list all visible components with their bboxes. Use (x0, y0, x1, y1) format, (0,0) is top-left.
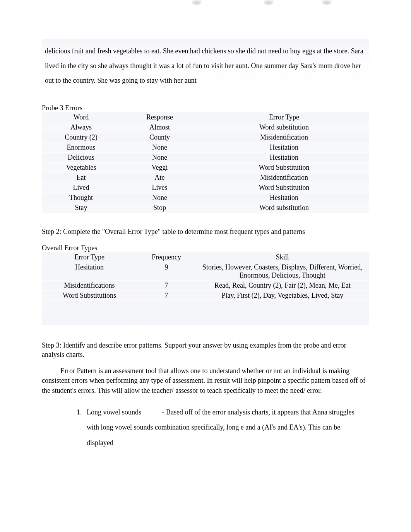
col-word-header: Word (42, 113, 120, 122)
errortype-cell: Word Substitution (199, 183, 369, 193)
probe3-heading: Probe 3 Errors (42, 104, 369, 112)
frequency-cell: 9 (137, 263, 196, 280)
page-content: delicious fruit and fresh vegetables to … (0, 0, 411, 474)
step3-text: Step 3: Identify and describe error patt… (42, 341, 369, 360)
word-cell: Always (42, 123, 120, 132)
word-cell: Eat (42, 173, 120, 182)
skill-cell: Stories, However, Coasters, Displays, Di… (196, 263, 369, 280)
table-row: Vegetables Veggi Word Substitution (42, 163, 369, 172)
errortype-cell: Hesitation (199, 143, 369, 152)
col-errortype-header: Error Type (42, 252, 137, 262)
table-row: Lived Lives Word Substitution (42, 183, 369, 193)
pattern-item-1: Long vowel sounds - Based off of the err… (84, 405, 360, 451)
word-cell: Enormous (42, 143, 120, 152)
table-row: Misidentifications 7 Read, Real, Country… (42, 281, 369, 290)
response-cell: Almost (120, 123, 199, 132)
story-excerpt: delicious fruit and fresh vegetables to … (42, 39, 369, 93)
errortype-cell: Hesitation (199, 153, 369, 162)
errortype-cell: Word substitution (199, 123, 369, 132)
overall-heading: Overall Error Types (42, 244, 369, 252)
word-cell: Vegetables (42, 163, 120, 172)
errortype-cell: Word Substitution (199, 163, 369, 172)
errortype-cell: Misidentification (199, 133, 369, 142)
errortype-cell: Misidentification (199, 173, 369, 182)
table-row-empty (42, 301, 369, 309)
table-row: Hesitation 9 Stories, However, Coasters,… (42, 263, 369, 280)
overall-section: Overall Error Types Error Type Frequency… (42, 244, 369, 325)
table-row: Always Almost Word substitution (42, 123, 369, 132)
overall-table: Error Type Frequency Skill Hesitation 9 … (42, 252, 369, 325)
col-errortype-header: Error Type (199, 113, 369, 122)
word-cell: Lived (42, 183, 120, 193)
table-row: Enormous None Hesitation (42, 143, 369, 152)
errortype-cell: Hesitation (42, 263, 137, 280)
analysis-paragraph: Error Pattern is an assessment tool that… (42, 366, 369, 396)
response-cell: None (120, 143, 199, 152)
frequency-cell: 7 (137, 281, 196, 290)
table-row-empty (42, 309, 369, 317)
table-row: Word Substitutions 7 Play, First (2), Da… (42, 291, 369, 300)
response-cell: Ate (120, 173, 199, 182)
errortype-cell: Misidentifications (42, 281, 137, 290)
skill-cell: Play, First (2), Day, Vegetables, Lived,… (196, 291, 369, 300)
errortype-cell: Word substitution (199, 203, 369, 213)
table-row: Thought None Hesitation (42, 193, 369, 203)
errortype-cell: Word Substitutions (42, 291, 137, 300)
word-cell: Country (2) (42, 133, 120, 142)
col-frequency-header: Frequency (137, 252, 196, 262)
col-skill-header: Skill (196, 252, 369, 262)
word-cell: Stay (42, 203, 120, 213)
table-header-row: Error Type Frequency Skill (42, 252, 369, 262)
table-row: Stay Stop Word substitution (42, 203, 369, 213)
table-row: Country (2) County Misidentification (42, 133, 369, 142)
table-header-row: Word Response Error Type (42, 113, 369, 122)
errortype-cell: Hesitation (199, 193, 369, 203)
table-row: Delicious None Hesitation (42, 153, 369, 162)
probe3-table: Word Response Error Type Always Almost W… (42, 112, 369, 213)
skill-cell: Read, Real, Country (2), Fair (2), Mean,… (196, 281, 369, 290)
response-cell: None (120, 153, 199, 162)
response-cell: County (120, 133, 199, 142)
probe3-section: Probe 3 Errors Word Response Error Type … (42, 104, 369, 213)
step2-text: Step 2: Complete the "Overall Error Type… (42, 227, 369, 237)
word-cell: Delicious (42, 153, 120, 162)
frequency-cell: 7 (137, 291, 196, 300)
pattern-list: Long vowel sounds - Based off of the err… (84, 405, 369, 451)
table-row: Eat Ate Misidentification (42, 173, 369, 182)
word-cell: Thought (42, 193, 120, 203)
table-row-empty (42, 317, 369, 325)
pattern-label: Long vowel sounds (87, 405, 160, 420)
response-cell: Stop (120, 203, 199, 213)
response-cell: Veggi (120, 163, 199, 172)
col-response-header: Response (120, 113, 199, 122)
response-cell: None (120, 193, 199, 203)
response-cell: Lives (120, 183, 199, 193)
